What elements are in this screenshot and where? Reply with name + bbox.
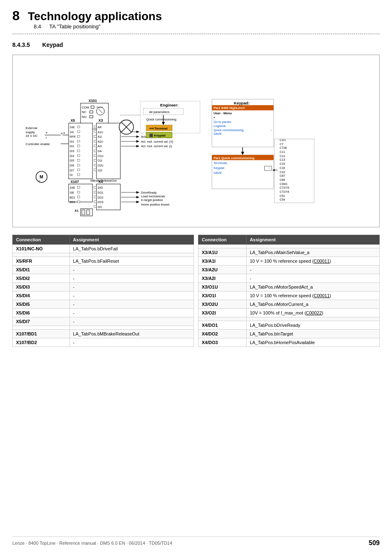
- table-right: Connection Assignment X3/A1ULA_TabPos.nM…: [198, 235, 380, 355]
- assignment-cell: [246, 317, 379, 321]
- svg-text:⟹ Terminal: ⟹ Terminal: [149, 127, 168, 130]
- svg-marker-104: [136, 191, 140, 194]
- svg-text:M: M: [39, 174, 43, 179]
- section-heading: 8.4.3.5 Keypad: [12, 42, 380, 48]
- svg-rect-57: [94, 145, 97, 147]
- svg-text:NO: NO: [82, 115, 87, 119]
- svg-text:DI3: DI3: [70, 150, 74, 153]
- svg-text:O1U: O1U: [98, 155, 104, 157]
- svg-marker-72: [136, 135, 140, 138]
- svg-text:NC: NC: [82, 110, 87, 114]
- table-row: X3/A1I10 V = 100 % reference speed (C000…: [198, 257, 380, 266]
- svg-rect-55: [94, 140, 97, 142]
- svg-rect-63: [94, 160, 97, 162]
- connection-cell: X107/BD1: [13, 330, 70, 338]
- chapter-title: Technology applications: [28, 10, 162, 23]
- svg-text:24E: 24E: [70, 126, 75, 129]
- table-row: X3/O1I10 V = 100 % reference speed (C000…: [198, 291, 380, 300]
- svg-text:Go to param: Go to param: [214, 120, 231, 124]
- connection-cell: X5/DI7: [13, 317, 70, 326]
- svg-text:Keypad: Keypad: [214, 166, 224, 170]
- connection-cell: X3/A1U: [198, 248, 247, 257]
- svg-rect-65: [94, 164, 97, 166]
- connection-cell: X4/DO2: [198, 330, 247, 338]
- assignment-cell: LA_TabPos.bHomePosAvailable: [246, 338, 379, 347]
- svg-text:DI5: DI5: [70, 159, 74, 162]
- svg-text:DO1: DO1: [98, 191, 104, 194]
- connection-cell: [13, 253, 70, 257]
- svg-rect-33: [77, 145, 80, 147]
- svg-text:X5: X5: [71, 118, 75, 123]
- page-footer: Lenze · 8400 TopLine · Reference manual …: [12, 536, 380, 547]
- svg-rect-59: [94, 150, 97, 152]
- svg-text:GA: GA: [98, 150, 102, 153]
- connection-cell: X3/A2U: [198, 266, 247, 274]
- svg-text:=+: =+: [61, 131, 66, 135]
- svg-text:X107: X107: [71, 180, 79, 184]
- assignment-cell: -: [69, 283, 194, 291]
- svg-text:in target position: in target position: [141, 198, 163, 202]
- connection-cell: X5/DI2: [13, 274, 70, 283]
- svg-text:C15: C15: [279, 162, 285, 166]
- assignment-cell: -: [69, 300, 194, 309]
- table-row: [13, 326, 194, 330]
- assignment-cell: [69, 253, 194, 257]
- svg-rect-41: [77, 164, 80, 166]
- svg-rect-84: [77, 186, 80, 188]
- svg-text:Terminals: Terminals: [214, 161, 227, 165]
- footer-page-number: 509: [369, 539, 380, 547]
- svg-rect-14: [91, 106, 94, 109]
- svg-text:DriveReady: DriveReady: [141, 191, 157, 194]
- svg-text:Par1 Quick commissioning: Par1 Quick commissioning: [214, 156, 255, 160]
- table-row: X5/DI3-: [13, 283, 194, 291]
- svg-text:DO2: DO2: [98, 196, 104, 199]
- subsection-number: 8.4.3.5: [12, 42, 30, 48]
- svg-marker-142: [241, 152, 244, 155]
- assignment-cell: LA_TabPos.nMainSetValue_a: [246, 248, 379, 257]
- svg-rect-88: [77, 196, 80, 198]
- section-title: TA "Table positioning": [49, 23, 101, 30]
- svg-text:Logbook: Logbook: [214, 124, 226, 128]
- svg-text:24 V DC: 24 V DC: [25, 134, 38, 138]
- connection-cell: X5/DI5: [13, 300, 70, 309]
- table-row: X3/A2I-: [198, 274, 380, 283]
- connection-cell: X4/DO1: [198, 321, 247, 330]
- table-row: X3/O2I10V = 100% of I_max_mot (C00022): [198, 309, 380, 317]
- svg-text:BD2: BD2: [70, 201, 75, 204]
- assignment-cell: -: [69, 317, 194, 326]
- table-row: X107/BD2-: [13, 338, 194, 347]
- svg-rect-18: [90, 116, 93, 118]
- svg-text:A2U: A2U: [98, 140, 103, 143]
- svg-rect-53: [94, 135, 97, 137]
- svg-text:Keypad:: Keypad:: [234, 101, 249, 105]
- assignment-cell: LA_TabPos.bInTarget: [246, 330, 379, 338]
- table-row: X5/DI4-: [13, 291, 194, 300]
- svg-rect-61: [94, 155, 97, 157]
- svg-text:+: +: [46, 136, 47, 139]
- table-row: X3/O1ULA_TabPos.nMotorSpeedAct_a: [198, 283, 380, 291]
- table-row: X5/DI6-: [13, 309, 194, 317]
- connection-cell: X5/DI3: [13, 283, 70, 291]
- connection-cell: X5/RFR: [13, 257, 70, 266]
- svg-text:A1U: A1U: [98, 131, 103, 134]
- svg-text:C54: C54: [279, 198, 285, 201]
- svg-text:24B: 24B: [70, 186, 75, 189]
- connection-cell: X3/A2I: [198, 274, 247, 283]
- svg-rect-86: [77, 191, 80, 193]
- connection-cell: X3/O2U: [198, 300, 247, 309]
- assignment-cell: LA_TabPos.bDriveReady: [246, 321, 379, 330]
- svg-text:C2/1: C2/1: [279, 138, 286, 142]
- svg-text:C727/4: C727/4: [279, 190, 289, 194]
- svg-rect-37: [77, 155, 80, 157]
- connection-cell: X101/NC-NO: [13, 245, 70, 253]
- table-row: [198, 317, 380, 321]
- svg-rect-39: [77, 160, 80, 162]
- table-row: X5/RFRLA_TabPos.bFailReset: [13, 257, 194, 266]
- svg-rect-27: [77, 131, 80, 133]
- svg-text:C13: C13: [279, 158, 285, 162]
- svg-text:Par1 8400 HighLineC: Par1 8400 HighLineC: [214, 106, 246, 110]
- table-row: X4/DO3LA_TabPos.bHomePosAvailable: [198, 338, 380, 347]
- svg-rect-35: [77, 150, 80, 152]
- svg-text:C728: C728: [279, 146, 286, 150]
- svg-text:GB: GB: [70, 191, 74, 194]
